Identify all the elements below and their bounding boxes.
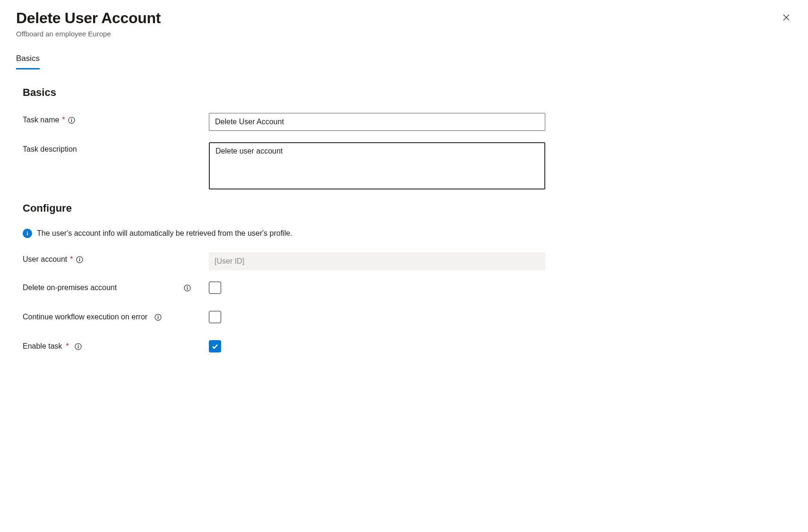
user-account-label: User account <box>23 255 67 264</box>
info-icon[interactable] <box>183 284 191 292</box>
svg-rect-4 <box>71 120 72 122</box>
delete-onprem-label: Delete on-premises account <box>23 283 117 292</box>
tab-basics[interactable]: Basics <box>16 54 40 69</box>
info-icon[interactable] <box>76 256 84 263</box>
svg-rect-12 <box>187 287 188 290</box>
continue-on-error-label: Continue workflow execution on error <box>23 313 147 321</box>
enable-task-checkbox[interactable] <box>209 340 221 352</box>
svg-point-11 <box>187 286 188 287</box>
svg-rect-6 <box>27 233 28 235</box>
close-icon <box>782 13 791 23</box>
svg-rect-18 <box>78 346 79 348</box>
delete-onprem-checkbox[interactable] <box>209 282 221 294</box>
info-icon[interactable] <box>68 116 76 124</box>
task-name-input[interactable] <box>209 113 545 131</box>
close-button[interactable] <box>781 12 792 24</box>
svg-point-5 <box>27 232 28 232</box>
task-description-input[interactable] <box>209 142 545 189</box>
info-icon[interactable] <box>154 313 162 321</box>
required-indicator: * <box>66 342 69 351</box>
info-icon[interactable] <box>75 343 82 350</box>
svg-point-3 <box>71 118 72 119</box>
basics-section-heading: Basics <box>23 86 792 99</box>
task-name-label: Task name <box>23 116 59 124</box>
info-icon <box>23 229 32 238</box>
required-indicator: * <box>70 255 73 264</box>
continue-on-error-checkbox[interactable] <box>209 311 221 323</box>
svg-point-8 <box>79 257 80 258</box>
task-description-label: Task description <box>23 145 77 154</box>
svg-rect-15 <box>157 317 158 319</box>
page-subtitle: Offboard an employee Europe <box>16 30 161 38</box>
user-account-field: [User ID] <box>209 252 545 270</box>
required-indicator: * <box>62 116 65 124</box>
page-title: Delete User Account <box>16 9 161 27</box>
svg-point-14 <box>157 315 158 316</box>
svg-rect-9 <box>79 259 80 261</box>
info-banner-text: The user's account info will automatical… <box>37 229 292 238</box>
configure-section-heading: Configure <box>23 202 792 215</box>
enable-task-label: Enable task <box>23 342 62 351</box>
svg-point-17 <box>78 344 79 345</box>
